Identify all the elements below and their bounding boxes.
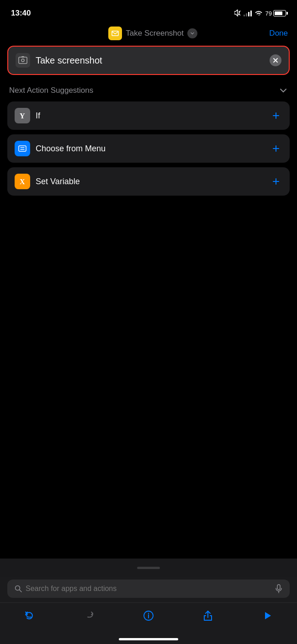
nav-bar: Take Screenshot Done [0, 23, 297, 46]
main-content: Take screenshot Next Action Suggestions … [0, 46, 297, 196]
svg-text:X: X [20, 178, 25, 186]
mute-icon [234, 10, 241, 17]
svg-line-20 [20, 590, 22, 592]
suggestion-if-label: If [36, 111, 40, 121]
svg-text:Y: Y [20, 112, 25, 120]
svg-rect-3 [19, 57, 27, 64]
bottom-area [0, 559, 297, 644]
nav-app-icon [108, 27, 122, 40]
suggestion-menu-left: Choose from Menu [15, 141, 106, 156]
svg-point-4 [21, 59, 24, 62]
svg-rect-11 [19, 146, 26, 151]
svg-point-25 [148, 613, 149, 614]
status-time: 13:40 [11, 9, 31, 18]
nav-center: Take Screenshot [108, 27, 197, 40]
microphone-icon[interactable] [275, 584, 282, 593]
search-bar[interactable] [7, 580, 290, 598]
search-icon [15, 585, 22, 592]
suggestions-chevron-icon[interactable] [279, 87, 288, 94]
variable-icon: X [15, 174, 30, 189]
bottom-sheet-handle [137, 567, 160, 569]
battery-percent-label: 79 [265, 10, 272, 17]
action-close-button[interactable] [270, 54, 281, 66]
search-input[interactable] [26, 585, 271, 593]
redo-button[interactable] [78, 607, 101, 625]
run-button[interactable] [256, 607, 279, 625]
svg-rect-21 [277, 585, 280, 590]
bottom-handle-area [0, 559, 297, 577]
status-bar: 13:40 79 [0, 0, 297, 23]
suggestion-variable-add-button[interactable] [270, 175, 282, 188]
nav-chevron-btn[interactable] [187, 28, 197, 38]
status-icons: 79 [234, 10, 286, 17]
bottom-toolbar [0, 602, 297, 628]
screenshot-action-icon [16, 53, 30, 68]
suggestions-header[interactable]: Next Action Suggestions [7, 86, 290, 95]
suggestions-section-title: Next Action Suggestions [9, 86, 93, 95]
menu-icon [15, 141, 30, 156]
selected-action-card[interactable]: Take screenshot [7, 46, 290, 75]
home-indicator [0, 628, 297, 644]
nav-title: Take Screenshot [126, 29, 184, 38]
wifi-icon [255, 10, 263, 16]
suggestion-if[interactable]: Y If [7, 101, 290, 130]
action-title: Take screenshot [36, 55, 102, 66]
svg-rect-5 [21, 56, 24, 58]
share-button[interactable] [196, 607, 219, 625]
suggestion-menu-add-button[interactable] [270, 142, 282, 155]
done-button[interactable]: Done [269, 29, 288, 38]
suggestion-choose-menu[interactable]: Choose from Menu [7, 134, 290, 163]
suggestion-variable-left: X Set Variable [15, 174, 80, 189]
action-card-left: Take screenshot [16, 53, 102, 68]
suggestion-set-variable[interactable]: X Set Variable [7, 167, 290, 196]
home-bar [119, 638, 178, 640]
battery-indicator: 79 [265, 10, 286, 17]
search-bar-container [0, 577, 297, 602]
if-icon: Y [15, 108, 30, 123]
suggestion-if-left: Y If [15, 108, 40, 123]
undo-button[interactable] [18, 607, 41, 625]
info-button[interactable] [137, 607, 160, 625]
signal-bars [244, 10, 252, 16]
battery-fill [275, 11, 282, 15]
suggestion-menu-label: Choose from Menu [36, 144, 106, 154]
battery-box [273, 10, 286, 16]
suggestion-if-add-button[interactable] [270, 109, 282, 122]
suggestion-variable-label: Set Variable [36, 177, 80, 186]
